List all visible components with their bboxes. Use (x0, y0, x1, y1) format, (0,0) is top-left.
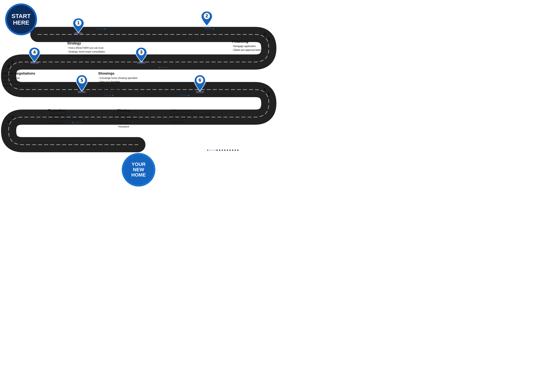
svg-point-23 (179, 67, 180, 68)
svg-point-19 (200, 28, 201, 30)
step-7-label: Protection Offer accepted Earnest money/… (48, 109, 81, 125)
step-4-label: Offer & Negotiations Market analysis Wri… (2, 71, 35, 88)
svg-point-11 (93, 28, 95, 30)
pin-2-icon: 2 (200, 10, 214, 28)
svg-text:4: 4 (33, 49, 36, 55)
pin-3: 3 (135, 47, 148, 64)
pin-3-icon: 3 (135, 47, 148, 64)
svg-point-27 (168, 67, 170, 68)
page-container: START HERE 1 2 3 (0, 0, 277, 196)
svg-text:1: 1 (77, 20, 80, 25)
svg-point-16 (192, 28, 194, 30)
end-circle-text: YOUR NEW HOME (131, 162, 146, 178)
pin-1-icon: 1 (71, 17, 85, 35)
svg-point-18 (198, 28, 199, 30)
svg-point-56 (222, 150, 223, 151)
svg-point-24 (176, 67, 177, 68)
svg-text:5: 5 (81, 77, 83, 83)
svg-point-51 (235, 150, 236, 151)
svg-point-17 (195, 28, 196, 30)
pin-6-icon: 6 (193, 74, 207, 93)
svg-point-25 (174, 67, 175, 68)
svg-marker-60 (207, 149, 208, 151)
start-here-circle: START HERE (5, 3, 37, 35)
step-5-label: Showings Concierge home showing speciali… (98, 71, 137, 92)
svg-point-54 (227, 150, 228, 151)
step-9-label: Utilities in your name Final walk throug… (169, 109, 212, 124)
svg-point-57 (219, 150, 220, 151)
step-8-label: Closing Appraisal Final underwriting Tit… (117, 109, 137, 129)
svg-point-33 (176, 95, 177, 96)
step-2-label: Financing Mortgage application Obtain pr… (232, 40, 261, 52)
pin-4-icon: 4 (28, 47, 41, 64)
svg-text:6: 6 (199, 77, 201, 83)
svg-point-10 (91, 28, 92, 30)
svg-point-50 (237, 150, 239, 151)
svg-point-20 (203, 28, 204, 30)
svg-point-30 (168, 95, 170, 96)
svg-point-47 (81, 122, 83, 123)
pin-1: 1 (71, 17, 85, 35)
svg-point-41 (103, 95, 104, 96)
svg-point-26 (171, 67, 172, 68)
svg-point-31 (171, 95, 172, 96)
svg-point-32 (174, 95, 175, 96)
svg-point-58 (217, 150, 218, 151)
svg-point-40 (100, 95, 101, 96)
end-circle: YOUR NEW HOME (122, 153, 156, 187)
svg-point-53 (229, 150, 231, 151)
svg-point-45 (86, 122, 88, 123)
svg-point-44 (89, 122, 90, 123)
svg-point-37 (92, 95, 94, 96)
pin-5-icon: 5 (75, 74, 89, 93)
svg-point-55 (224, 150, 226, 151)
svg-point-38 (95, 95, 96, 96)
step-1-label: Strategy Find a REALTOR® you can trust S… (67, 41, 113, 57)
pin-4: 4 (28, 47, 41, 64)
svg-text:2: 2 (206, 13, 208, 18)
pin-6: 6 (193, 74, 207, 93)
pin-5: 5 (75, 74, 89, 93)
svg-point-39 (98, 95, 99, 96)
svg-point-34 (179, 95, 180, 96)
svg-point-13 (86, 28, 87, 30)
svg-point-12 (88, 28, 89, 30)
svg-point-46 (84, 122, 85, 123)
svg-text:3: 3 (140, 49, 142, 55)
start-here-text: START HERE (12, 13, 31, 26)
svg-point-52 (232, 150, 233, 151)
pin-2: 2 (200, 10, 214, 28)
